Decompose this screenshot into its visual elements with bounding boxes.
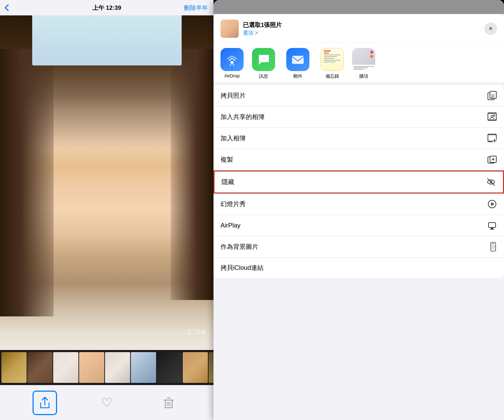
delete-action[interactable]: 刪除半年	[184, 4, 208, 12]
action-list-scroll[interactable]: 拷貝照片 加入共享的相簿	[214, 85, 504, 420]
airdrop-waves-icon	[225, 52, 239, 66]
airplay-icon	[487, 220, 497, 230]
share-title-group: 已選取1張照片 選項 >	[243, 21, 282, 36]
share-header-left: 已選取1張照片 選項 >	[220, 20, 282, 38]
list-item[interactable]	[183, 352, 208, 383]
share-sheet: 已選取1張照片 選項 > × AirDrop	[214, 14, 504, 420]
share-sheet-panel: 已選取1張照片 選項 > × AirDrop	[214, 0, 504, 420]
svg-rect-30	[489, 223, 496, 227]
play-icon	[487, 199, 497, 209]
action-add-album-label: 加入相簿	[220, 134, 246, 142]
thumbnail-strip	[0, 350, 214, 385]
app-item-messages[interactable]: 訊息	[248, 48, 279, 79]
svg-marker-29	[491, 202, 495, 206]
app-item-more[interactable]: 擴項	[351, 48, 382, 79]
photo-watermark: S°DA	[187, 328, 206, 336]
app-label-more: 擴項	[359, 73, 368, 79]
mail-icon	[286, 48, 309, 71]
list-item[interactable]	[105, 352, 130, 383]
more-icon	[352, 48, 375, 71]
photos-panel: 上午 12:39 刪除半年 S°DA	[0, 0, 214, 420]
action-icloud-label: 拷貝iCloud連結	[220, 264, 264, 272]
action-add-album[interactable]: 加入相簿	[214, 128, 504, 149]
heart-icon: ♡	[101, 396, 112, 410]
action-airplay[interactable]: AirPlay	[214, 215, 504, 236]
dimmed-area	[214, 0, 504, 14]
action-icloud-link[interactable]: 拷貝iCloud連結	[214, 258, 504, 278]
airdrop-icon	[220, 48, 244, 71]
action-hide[interactable]: 隱藏	[214, 170, 504, 194]
action-duplicate[interactable]: 複製	[214, 149, 504, 170]
svg-point-13	[491, 115, 493, 117]
app-item-airdrop[interactable]: AirDrop	[214, 48, 245, 78]
svg-rect-34	[491, 244, 495, 250]
action-copy-photo[interactable]: 拷貝照片	[214, 85, 504, 106]
share-title: 已選取1張照片	[243, 21, 282, 29]
action-list: 拷貝照片 加入共享的相簿	[214, 85, 504, 278]
messages-icon	[252, 48, 275, 71]
share-header: 已選取1張照片 選項 > ×	[214, 14, 504, 42]
share-icon	[39, 397, 50, 409]
close-button[interactable]: ×	[484, 22, 497, 35]
app-label-messages: 訊息	[259, 73, 268, 79]
trash-icon	[163, 397, 174, 409]
app-label-airdrop: AirDrop	[224, 73, 240, 78]
action-wallpaper-label: 作為背景圖片	[220, 243, 258, 251]
svg-rect-11	[488, 113, 496, 120]
favorite-button[interactable]: ♡	[94, 391, 119, 415]
action-add-shared-album-label: 加入共享的相簿	[220, 113, 265, 121]
svg-point-14	[493, 115, 495, 116]
delete-button[interactable]	[156, 391, 181, 415]
action-wallpaper[interactable]: 作為背景圖片	[214, 236, 504, 258]
list-item[interactable]	[1, 352, 27, 383]
messages-bubble-icon	[257, 53, 270, 66]
app-row: AirDrop 訊息	[214, 42, 504, 82]
share-options-link[interactable]: 選項 >	[243, 30, 282, 36]
duplicate-icon	[487, 155, 497, 164]
action-copy-photo-label: 拷貝照片	[220, 91, 246, 100]
list-item[interactable]	[27, 352, 52, 383]
back-icon[interactable]	[5, 4, 12, 11]
phone-icon	[489, 242, 497, 252]
list-item[interactable]	[79, 352, 104, 383]
action-slideshow-label: 幻燈片秀	[220, 200, 246, 208]
action-airplay-label: AirPlay	[220, 222, 240, 229]
list-item[interactable]	[131, 352, 156, 383]
app-label-notes: 備忘錄	[326, 73, 339, 79]
list-item[interactable]	[157, 352, 182, 383]
notes-icon	[321, 48, 344, 71]
app-item-notes[interactable]: 備忘錄	[316, 48, 348, 79]
add-album-icon	[487, 133, 497, 143]
photo-image	[0, 15, 214, 350]
svg-rect-7	[292, 56, 303, 64]
shared-album-icon	[487, 112, 497, 122]
app-label-mail: 郵件	[293, 73, 302, 79]
status-bar-left	[6, 5, 10, 10]
action-slideshow[interactable]: 幻燈片秀	[214, 194, 504, 215]
status-time: 上午 12:39	[92, 4, 121, 12]
action-add-shared-album[interactable]: 加入共享的相簿	[214, 106, 504, 128]
divider-1	[214, 82, 504, 85]
photo-toolbar: ♡	[0, 385, 214, 420]
share-thumbnail	[220, 20, 239, 38]
share-button[interactable]	[33, 391, 57, 415]
copy-photo-icon	[487, 91, 497, 100]
status-bar: 上午 12:39 刪除半年	[0, 0, 214, 15]
mail-envelope-icon	[291, 52, 305, 66]
action-hide-label: 隱藏	[222, 178, 234, 186]
hide-icon	[486, 177, 496, 187]
app-item-mail[interactable]: 郵件	[282, 48, 314, 79]
share-button-box[interactable]	[33, 391, 57, 415]
main-photo: S°DA	[0, 15, 214, 350]
list-item[interactable]	[209, 352, 214, 383]
list-item[interactable]	[53, 352, 78, 383]
action-duplicate-label: 複製	[220, 155, 233, 164]
